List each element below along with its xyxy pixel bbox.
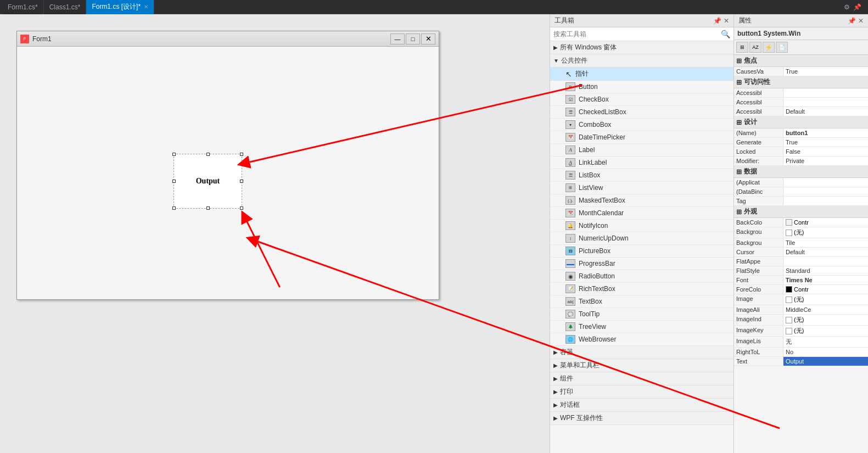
props-btn-category[interactable]: ⊞ xyxy=(736,42,748,53)
toolbox-item-checkbox[interactable]: ☑ CheckBox xyxy=(550,93,733,106)
toolbox-item-checkedlistbox[interactable]: ☰ CheckedListBox xyxy=(550,106,733,119)
toolbox-item-label: MonthCalendar xyxy=(579,209,624,217)
toolbox-search-bar[interactable]: 🔍 xyxy=(550,27,733,41)
prop-row-databinc: (DataBinc xyxy=(734,187,868,197)
toolbox-item-treeview[interactable]: 🌲 TreeView xyxy=(550,321,733,333)
toolbox-pin-icon[interactable]: 📌 xyxy=(713,17,721,25)
tab-controls: ⚙ 📌 xyxy=(839,3,866,11)
form-titlebar: F Form1 — □ ✕ xyxy=(17,31,439,47)
toolbox-section-container[interactable]: ▶ 容器 xyxy=(550,346,733,359)
handle-mr[interactable] xyxy=(240,180,243,183)
toolbox-item-label: ToolTip xyxy=(579,310,600,318)
tab-form1-design[interactable]: Form1.cs [设计]* ✕ xyxy=(86,0,154,14)
prop-row-applicat: (Applicat xyxy=(734,178,868,187)
restore-button[interactable]: □ xyxy=(406,33,420,44)
toolbox-item-picturebox[interactable]: 🖼 PictureBox xyxy=(550,245,733,258)
toolbox-item-combobox[interactable]: ▾ ComboBox xyxy=(550,119,733,131)
settings-icon[interactable]: ⚙ xyxy=(844,3,850,11)
toolbox-item-textbox[interactable]: ab| TextBox xyxy=(550,295,733,308)
expand-icon: ⊞ xyxy=(736,168,742,176)
props-btn-events[interactable]: ⚡ xyxy=(763,42,775,53)
toolbox-item-listbox[interactable]: ☰ ListBox xyxy=(550,169,733,182)
prop-value: True xyxy=(783,67,868,76)
handle-tl[interactable] xyxy=(172,153,176,156)
toolbox-item-richtextbox[interactable]: 📝 RichTextBox xyxy=(550,283,733,295)
properties-header: 属性 📌 ✕ xyxy=(734,14,868,27)
tab-form1-cs[interactable]: Form1.cs* xyxy=(2,0,44,14)
toolbox-item-maskedtextbox[interactable]: (.). MaskedTextBox xyxy=(550,194,733,207)
prop-value: (无) xyxy=(783,294,868,305)
toolbox-search-input[interactable] xyxy=(553,30,721,38)
listbox-icon: ☰ xyxy=(565,171,575,180)
handle-br[interactable] xyxy=(240,206,243,210)
linklabel-icon: A xyxy=(565,158,575,167)
prop-name: Accessibl xyxy=(734,98,783,107)
prop-row-backgroundimagelayout: Backgrou Tile xyxy=(734,238,868,248)
toolbox-item-listview[interactable]: ⊞ ListView xyxy=(550,182,733,194)
toolbox-section-menus[interactable]: ▶ 菜单和工具栏 xyxy=(550,359,733,372)
section-arrow-icon: ▶ xyxy=(553,389,558,395)
close-button[interactable]: ✕ xyxy=(421,33,435,44)
toolbox-item-label[interactable]: A Label xyxy=(550,144,733,156)
toolbox-item-notifyicon[interactable]: 🔔 NotifyIcon xyxy=(550,220,733,232)
prop-row-backgroundimage: Backgrou (无) xyxy=(734,227,868,238)
form-title: Form1 xyxy=(32,35,390,43)
props-btn-prop-pages[interactable]: 📄 xyxy=(776,42,788,53)
toolbox-item-monthcalendar[interactable]: 📆 MonthCalendar xyxy=(550,207,733,220)
toolbox-item-label: LinkLabel xyxy=(579,159,607,166)
props-pin-icon[interactable]: 📌 xyxy=(848,17,856,25)
treeview-icon: 🌲 xyxy=(565,322,575,331)
designer-button-control[interactable]: Output xyxy=(173,154,242,209)
prop-row-accessibl2: Accessibl xyxy=(734,98,868,107)
toolbox-item-label: DateTimePicker xyxy=(579,133,625,141)
prop-row-accessibl3: Accessibl Default xyxy=(734,107,868,116)
prop-row-flatstyle: FlatStyle Standard xyxy=(734,266,868,276)
prop-name: Backgrou xyxy=(734,238,783,247)
toolbox-item-linklabel[interactable]: A LinkLabel xyxy=(550,156,733,169)
close-tab-icon[interactable]: ✕ xyxy=(144,4,148,10)
button-text: Output xyxy=(196,177,220,186)
handle-tm[interactable] xyxy=(206,153,210,156)
toolbox-item-webbrowser[interactable]: 🌐 WebBrowser xyxy=(550,333,733,346)
props-close-icon[interactable]: ✕ xyxy=(858,17,864,25)
form-icon: F xyxy=(20,35,29,43)
prop-name: Text xyxy=(734,357,783,366)
designer-area: F Form1 — □ ✕ xyxy=(0,14,550,453)
tab-class1-cs[interactable]: Class1.cs* xyxy=(44,0,87,14)
prop-name: Generate xyxy=(734,138,783,147)
toolbox-item-label: ListView xyxy=(579,184,603,192)
toolbox-item-pointer[interactable]: ↖ 指针 xyxy=(550,68,733,81)
toolbox-section-print[interactable]: ▶ 打印 xyxy=(550,385,733,399)
checkedlistbox-icon: ☰ xyxy=(565,108,575,116)
toolbox-item-button[interactable]: B Button xyxy=(550,81,733,93)
toolbox-item-radiobutton[interactable]: ◉ RadioButton xyxy=(550,270,733,283)
toolbox-section-dialogs[interactable]: ▶ 对话框 xyxy=(550,399,733,412)
webbrowser-icon: 🌐 xyxy=(565,335,575,344)
datetimepicker-icon: 📅 xyxy=(565,133,575,142)
toolbox-item-progressbar[interactable]: ▬▬ ProgressBar xyxy=(550,258,733,270)
tooltip-icon: 💬 xyxy=(565,310,575,318)
expand-icon: ⊞ xyxy=(736,79,742,86)
props-btn-alpha[interactable]: AZ xyxy=(749,42,761,53)
toolbox-section-common[interactable]: ▼ 公共控件 xyxy=(550,54,733,68)
minimize-button[interactable]: — xyxy=(390,33,405,44)
toolbox-header-icons: 📌 ✕ xyxy=(713,17,729,25)
handle-bm[interactable] xyxy=(206,206,210,210)
handle-bl[interactable] xyxy=(172,206,176,210)
prop-value: Standard xyxy=(783,266,868,275)
toolbox-section-wpf[interactable]: ▶ WPF 互操作性 xyxy=(550,412,733,425)
pin-icon[interactable]: 📌 xyxy=(853,3,861,11)
prop-value: True xyxy=(783,138,868,147)
prop-name: ForeColo xyxy=(734,285,783,294)
toolbox-section-components[interactable]: ▶ 组件 xyxy=(550,372,733,385)
svg-line-1 xyxy=(244,216,280,287)
toolbox-item-datetimepicker[interactable]: 📅 DateTimePicker xyxy=(550,131,733,144)
maskedtextbox-icon: (.). xyxy=(565,196,575,205)
toolbox-item-numericupdown[interactable]: ↕ NumericUpDown xyxy=(550,232,733,245)
handle-tr[interactable] xyxy=(240,153,243,156)
toolbox-section-all-windows[interactable]: ▶ 所有 Windows 窗体 xyxy=(550,41,733,54)
handle-ml[interactable] xyxy=(172,180,176,183)
toolbox-close-icon[interactable]: ✕ xyxy=(724,17,729,25)
toolbox-item-tooltip[interactable]: 💬 ToolTip xyxy=(550,308,733,321)
prop-row-backcolor: BackColo Contr xyxy=(734,218,868,227)
